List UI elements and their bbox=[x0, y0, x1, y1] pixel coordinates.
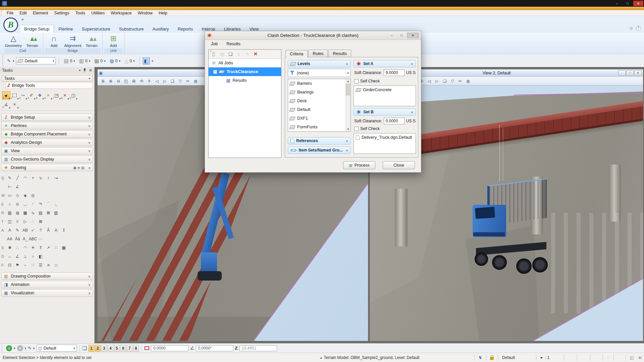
chevron-down-icon[interactable]: ▾ bbox=[89, 59, 91, 63]
save-job-icon[interactable] bbox=[219, 51, 225, 57]
user-icon[interactable]: ☺ bbox=[629, 25, 633, 31]
bspline-curve-icon[interactable]: ∿ bbox=[37, 174, 44, 182]
chevron-down-icon[interactable]: ▾ bbox=[13, 59, 14, 63]
tree-item-results[interactable]: ▦ Results bbox=[209, 76, 281, 85]
edit-job-icon[interactable] bbox=[244, 51, 250, 57]
place-ellipse-icon[interactable]: ⊙ bbox=[14, 200, 21, 208]
accusnap-pen-icon[interactable]: ✎ bbox=[28, 346, 32, 351]
delete-job-icon[interactable] bbox=[253, 51, 259, 57]
task-group[interactable]: ▩ Visualization ∨ bbox=[1, 289, 93, 297]
place-circle-icon[interactable]: ○ bbox=[6, 200, 13, 208]
chevron-down-icon[interactable]: ▾ bbox=[33, 347, 35, 350]
fit-view-icon[interactable]: ⊞ bbox=[130, 78, 137, 84]
menu-item[interactable]: Help bbox=[156, 11, 170, 15]
place-text-icon[interactable]: A bbox=[6, 227, 13, 234]
task-group[interactable]: ▥ Cross-Sections Display ∨ bbox=[1, 156, 93, 163]
angle-line-icon[interactable]: ∠ bbox=[14, 183, 21, 190]
rotate-view-icon[interactable]: ⟲ bbox=[138, 78, 145, 84]
level-spinner[interactable]: △ 0 ▾ bbox=[123, 58, 137, 64]
view-toggle-button[interactable]: 5 bbox=[114, 345, 120, 352]
chevron-down-icon[interactable]: ▾ bbox=[133, 59, 135, 63]
process-button[interactable]: ⊞ Process bbox=[343, 161, 375, 169]
change-case-icon[interactable]: AB bbox=[21, 227, 29, 234]
view-restore-button[interactable]: □ bbox=[626, 70, 634, 75]
view-toggle-button[interactable]: 6 bbox=[120, 345, 126, 352]
ribbon-tab[interactable]: Superstructure bbox=[77, 25, 115, 33]
view-toggle-button[interactable]: 3 bbox=[101, 345, 107, 352]
import-job-icon[interactable] bbox=[236, 51, 242, 57]
level-list-item[interactable]: Default bbox=[288, 105, 351, 114]
spline-icon[interactable]: ↝ bbox=[52, 174, 60, 182]
clip-mask-icon[interactable]: ✂ bbox=[457, 78, 464, 84]
set-b-section-header[interactable]: Set B ∧ bbox=[354, 108, 416, 116]
element-selection-tool[interactable]: ► 1 bbox=[2, 91, 10, 100]
place-cell-icon[interactable]: ⊡ bbox=[6, 261, 13, 269]
window-maximize-button[interactable]: □ bbox=[623, 1, 633, 6]
star-point-icon[interactable]: ✳ bbox=[29, 244, 37, 251]
menu-item[interactable]: Window bbox=[135, 11, 156, 15]
move-copy-tool[interactable]: ↪ 3 bbox=[19, 91, 27, 100]
copy-job-icon[interactable] bbox=[227, 51, 233, 57]
tree-item-all-jobs[interactable]: All Jobs bbox=[209, 59, 281, 67]
set-a-section-header[interactable]: Set A ∧ bbox=[354, 60, 416, 67]
chevron-down-icon[interactable]: ▾ bbox=[152, 59, 153, 63]
level-list-item[interactable]: FormFonts bbox=[288, 123, 351, 131]
view-toggle-button[interactable]: 4 bbox=[108, 345, 113, 352]
delete-element-tool[interactable]: ✕ 8 bbox=[61, 91, 69, 100]
view-toggle-button[interactable]: 1 bbox=[89, 345, 94, 352]
pattern-area-icon[interactable]: ▤ bbox=[37, 209, 44, 217]
active-model-combo[interactable]: ◫ Default ▾ bbox=[37, 345, 77, 352]
delete-pattern-icon[interactable]: ⊠ bbox=[45, 209, 52, 217]
view-groups-icon[interactable]: ❏ bbox=[83, 345, 87, 351]
edit-text-icon[interactable]: ✎ bbox=[14, 227, 21, 234]
place-orthogonal-shape-icon[interactable]: ◈ bbox=[21, 192, 29, 199]
view-minimize-button[interactable]: – bbox=[618, 70, 626, 75]
copy-view-icon[interactable]: ❏ bbox=[441, 78, 448, 84]
dialog-tab[interactable]: Rules bbox=[308, 50, 328, 57]
dialog-menu-item[interactable]: Job bbox=[211, 42, 218, 46]
ribbon-button[interactable]: Add bbox=[104, 33, 123, 48]
cell-matrix-icon[interactable]: ∷ bbox=[29, 261, 37, 269]
new-job-icon[interactable] bbox=[211, 51, 217, 57]
break-element-icon[interactable]: ⊢ bbox=[6, 183, 13, 190]
z-coordinate-field[interactable]: 19.4651 bbox=[239, 345, 277, 351]
match-attributes-tool[interactable]: ❖ 5 bbox=[36, 91, 44, 100]
project-point-icon[interactable]: ⇑ bbox=[37, 244, 44, 251]
tasks-combo[interactable]: Tasks ▾ bbox=[2, 75, 93, 81]
level-list-item[interactable]: Barriers bbox=[288, 79, 351, 88]
place-line-icon[interactable]: ╱ bbox=[14, 174, 21, 182]
element-template-icon[interactable]: ✎ bbox=[7, 58, 11, 63]
close-button[interactable]: Close bbox=[383, 161, 415, 169]
view-next-icon[interactable]: ▷ bbox=[161, 78, 168, 84]
scroll-up-icon[interactable]: ▲ bbox=[347, 80, 350, 83]
window-area-icon[interactable]: ◰ bbox=[123, 78, 129, 84]
spell-check-icon[interactable]: ✓ bbox=[29, 227, 37, 234]
clip-volume-icon[interactable]: ▽ bbox=[449, 78, 456, 84]
window-close-button[interactable]: ✕ bbox=[633, 1, 643, 6]
dimension-angle-icon[interactable]: ∠ bbox=[14, 253, 21, 260]
display-style-icon[interactable]: ◧ bbox=[143, 58, 150, 64]
self-check-checkbox[interactable] bbox=[354, 127, 359, 131]
set-b-item[interactable]: Delivery_Truck.dgn,Default bbox=[354, 133, 416, 141]
dimension-ordinate-icon[interactable]: ⊥ bbox=[21, 253, 29, 260]
place-smartline-icon[interactable]: ✎ bbox=[6, 174, 13, 182]
level-list-item[interactable]: Bearings bbox=[288, 88, 351, 97]
pattern-direction-icon[interactable]: ⇘ bbox=[29, 209, 37, 217]
crosshatch-icon[interactable]: ▦ bbox=[21, 209, 29, 217]
menu-item[interactable]: Utilities bbox=[88, 11, 108, 15]
ribbon-tab[interactable]: Bridge Setup bbox=[19, 25, 54, 33]
tasks-root-item[interactable]: Z Bridge Tools bbox=[5, 82, 93, 89]
dialog-titlebar[interactable]: Clash Detection - TruckClearance (6 clas… bbox=[205, 31, 421, 40]
ribbon-button[interactable]: Add bbox=[45, 33, 63, 48]
task-group[interactable]: ✕ Pierlines ∨ bbox=[1, 122, 93, 129]
parallel-marker-icon[interactable]: ≡ bbox=[45, 261, 52, 269]
level-list-item[interactable]: DXF1 bbox=[288, 114, 351, 123]
ribbon-tab[interactable]: Pierline bbox=[54, 25, 77, 33]
fence-mode-indicator[interactable]: ◌ bbox=[605, 353, 611, 362]
item-sets-section-header[interactable]: ⊂⊃ Item Sets/Named Gro... ∨ bbox=[288, 146, 351, 154]
ribbon-button[interactable]: Terrain bbox=[82, 33, 101, 48]
dialog-tab[interactable]: Criteria bbox=[285, 50, 308, 58]
help-icon[interactable]: ? bbox=[636, 26, 641, 31]
menu-item[interactable]: File bbox=[4, 11, 16, 15]
accudraw-compass-tool[interactable]: ✳ bbox=[10, 100, 19, 109]
